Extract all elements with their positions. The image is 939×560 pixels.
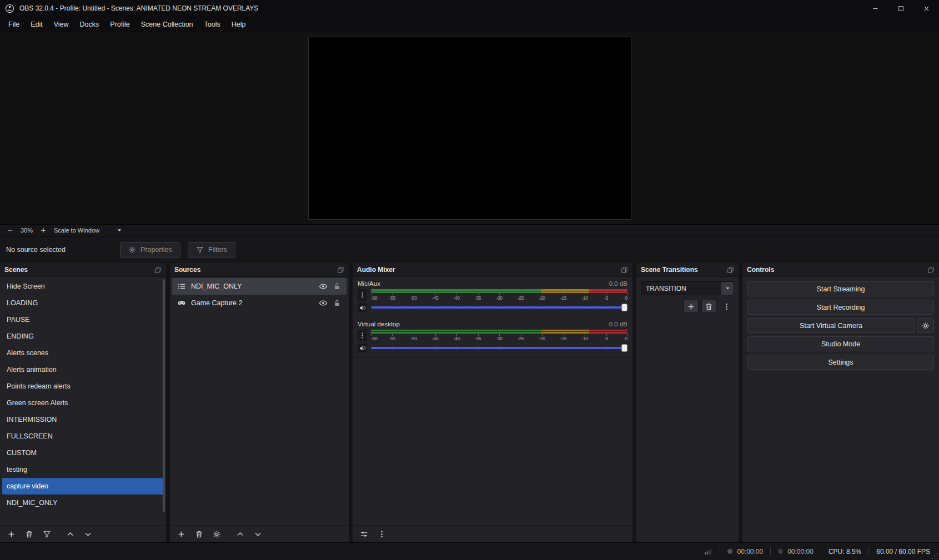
menu-tools[interactable]: Tools — [199, 18, 226, 31]
menu-view[interactable]: View — [48, 18, 74, 31]
volume-slider[interactable] — [371, 344, 627, 352]
plus-icon — [177, 530, 185, 538]
start-streaming-button[interactable]: Start Streaming — [747, 281, 934, 296]
lock-icon[interactable] — [333, 282, 342, 291]
scene-item[interactable]: capture video — [2, 478, 164, 495]
volume-slider[interactable] — [371, 303, 627, 312]
channel-level-db: 0.0 dB — [609, 280, 627, 287]
maximize-button[interactable] — [888, 0, 913, 17]
sources-list: NDI_MIC_ONLYGame Capture 2 — [170, 277, 349, 525]
settings-button[interactable]: Settings — [747, 355, 934, 370]
add-button[interactable] — [174, 528, 188, 541]
channel-options-button[interactable] — [358, 289, 367, 301]
dock-popout-icon[interactable] — [727, 266, 734, 274]
dock-popout-icon[interactable] — [154, 266, 162, 274]
minimize-button[interactable] — [862, 0, 888, 17]
transition-dropdown-button[interactable] — [721, 282, 734, 295]
move-up-button[interactable] — [63, 528, 77, 541]
mute-button[interactable] — [358, 344, 367, 352]
studio-mode-button[interactable]: Studio Mode — [747, 336, 934, 351]
remove-button[interactable] — [701, 300, 716, 313]
sources-toolbar — [170, 525, 349, 542]
lock-icon[interactable] — [333, 299, 342, 307]
start-recording-button[interactable]: Start Recording — [747, 300, 934, 315]
chevron-up-icon — [236, 530, 244, 538]
preview-canvas[interactable] — [308, 37, 631, 220]
filters-button[interactable]: Filters — [188, 242, 235, 258]
visibility-icon[interactable] — [319, 282, 328, 291]
separator — [770, 547, 771, 556]
scene-item[interactable]: ENDING — [2, 328, 164, 345]
source-item[interactable]: NDI_MIC_ONLY — [172, 278, 347, 295]
scenes-toolbar — [0, 525, 166, 542]
scene-item[interactable]: Alerts animation — [2, 361, 164, 378]
scene-item[interactable]: Points redeam alerts — [2, 378, 164, 395]
start-virtual-camera-button[interactable]: Start Virtual Camera — [747, 318, 915, 333]
scene-item[interactable]: testing — [2, 461, 164, 478]
meter-scale-label: -20 — [539, 336, 545, 341]
dots-icon — [378, 530, 386, 538]
move-down-button[interactable] — [250, 528, 265, 541]
meter-scale-label: -60 — [371, 295, 377, 301]
visibility-icon[interactable] — [319, 299, 328, 307]
channel-name: Mic/Aux — [358, 280, 380, 287]
scene-item[interactable]: FULLSCREEN — [2, 428, 164, 445]
separator — [868, 547, 869, 556]
menu-profile[interactable]: Profile — [104, 18, 135, 31]
close-button[interactable] — [913, 0, 939, 17]
mute-button[interactable] — [358, 303, 367, 312]
dock-popout-icon[interactable] — [927, 266, 935, 274]
properties-button[interactable]: Properties — [120, 242, 180, 258]
properties-button[interactable] — [209, 528, 224, 541]
scene-item[interactable]: PAUSE — [2, 311, 164, 328]
meter-scale-label: -40 — [453, 336, 459, 341]
resize-grip[interactable] — [931, 552, 938, 559]
gamepad-source-icon — [177, 299, 186, 307]
scrollbar-thumb[interactable] — [163, 279, 165, 512]
scene-item[interactable]: Green screen Alerts — [2, 395, 164, 411]
filters-button[interactable] — [39, 528, 54, 541]
scene-item[interactable]: INTERMISSION — [2, 411, 164, 428]
advanced-audio-button[interactable] — [356, 528, 371, 541]
zoom-out-button[interactable] — [7, 227, 13, 234]
transition-select[interactable]: TRANSITION — [641, 281, 734, 295]
move-up-button[interactable] — [233, 528, 247, 541]
scene-item[interactable]: CUSTOM — [2, 445, 164, 461]
remove-button[interactable] — [192, 528, 206, 541]
meter-scale-label: 0 — [625, 336, 627, 341]
volume-meter: -60-55-50-45-40-35-30-25-20-15-10-50 — [371, 289, 627, 301]
streaming-timer: 00:00:00 — [778, 548, 814, 556]
source-item[interactable]: Game Capture 2 — [172, 295, 347, 311]
add-button[interactable] — [684, 300, 699, 313]
volume-slider-handle[interactable] — [621, 304, 627, 311]
cpu-usage: CPU: 8.5% — [828, 548, 861, 556]
menu-help[interactable]: Help — [226, 18, 252, 31]
channel-options-button[interactable] — [358, 330, 367, 341]
more-button[interactable] — [374, 528, 389, 541]
window-controls — [862, 0, 939, 17]
scene-item[interactable]: Alerts scenes — [2, 345, 164, 361]
zoom-in-button[interactable] — [40, 227, 47, 234]
fps-indicator: 60.00 / 60.00 FPS — [876, 548, 930, 556]
menu-edit[interactable]: Edit — [25, 18, 48, 31]
network-signal-icon — [704, 547, 712, 556]
scene-item[interactable]: Hide Screen — [2, 278, 164, 295]
mixer-toolbar — [353, 525, 632, 542]
window-title: OBS 32.0.4 - Profile: Untitled - Scenes:… — [19, 4, 258, 12]
meter-scale-label: -20 — [539, 295, 545, 301]
sources-panel-title: Sources — [174, 266, 200, 274]
dock-popout-icon[interactable] — [337, 266, 344, 274]
volume-slider-handle[interactable] — [621, 344, 627, 352]
scene-item[interactable]: NDI_MIC_ONLY — [2, 495, 164, 511]
more-button[interactable] — [719, 300, 734, 313]
scale-mode-select[interactable]: Scale to Window — [54, 227, 123, 234]
virtual-camera-config-button[interactable] — [917, 318, 934, 333]
menu-file[interactable]: File — [3, 18, 25, 31]
menu-docks[interactable]: Docks — [74, 18, 105, 31]
add-button[interactable] — [4, 528, 18, 541]
move-down-button[interactable] — [81, 528, 95, 541]
dock-popout-icon[interactable] — [621, 266, 628, 274]
scene-item[interactable]: LOADING — [2, 295, 164, 311]
remove-button[interactable] — [22, 528, 36, 541]
menu-scene-collection[interactable]: Scene Collection — [135, 18, 199, 31]
